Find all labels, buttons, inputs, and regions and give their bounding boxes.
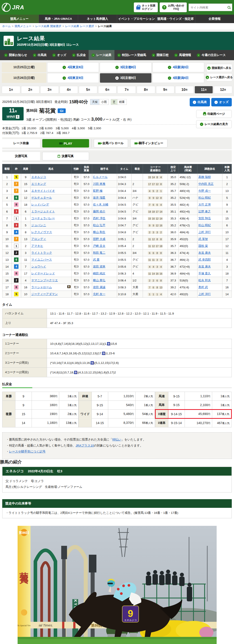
trainer-link[interactable]: 杉山 晴紀 [198,196,211,199]
meeting-button-1-1[interactable]: ›4回東京8日 [47,62,99,72]
race-tab-6r[interactable]: 6R [98,86,117,94]
trainer-link[interactable]: 友道 康夫 [198,265,211,268]
jockey-link[interactable]: 北村 友一 [93,292,105,296]
subnav-item-6[interactable]: ›特別レース登録馬 [114,50,149,60]
horse-name-link[interactable]: ジョバンニ [31,224,46,227]
net-vote-login-button[interactable]: ネット投票 ログイン [134,2,158,12]
race-tab-3r[interactable]: 3R [40,86,59,94]
horse-name-link[interactable]: ゲルチュタール [31,196,52,199]
subnav-item-3[interactable]: ›オッズ [49,50,69,60]
trainer-link[interactable]: 大竹 正博 [198,203,211,206]
race-tab-11r[interactable]: 11R [195,86,213,94]
jra-logo[interactable]: JRA [2,3,24,12]
note-link[interactable]: レースや騎手等につく記号 [9,450,46,453]
subnav-item-5[interactable]: ›レース結果 [89,50,114,60]
horse-name-link[interactable]: ライトトラック [31,251,52,254]
howto-read-button[interactable]: ›レース結果の見方 [196,120,232,128]
meeting-button-2-2[interactable]: ▾3回京都9日 [100,73,151,83]
horse-name-link[interactable]: レイヤードレッド [31,272,55,275]
horse-name-link[interactable]: レクスノヴァス [31,230,52,234]
meeting-button-1-3[interactable]: ›4回新潟3日 [153,62,204,72]
print-page-button[interactable]: 印刷用ページ [196,110,232,118]
jockey-link[interactable]: 団野 大成 [93,237,105,240]
jockey-link[interactable]: C.ルメール [93,175,108,178]
horse-name-link[interactable]: コーチェラバレー [31,216,55,220]
jockey-link[interactable]: 荻野 極 [93,189,103,192]
horse-name-link[interactable]: マイユニバース [31,258,52,261]
jockey-interview-button[interactable]: 騎手インタビュー [130,139,168,148]
horse-name-link[interactable]: ヤマニンブークリエ [31,278,58,282]
jockey-link[interactable]: 佐々木 大輔 [93,203,108,206]
trainer-link[interactable]: 武 幸四郎 [198,258,211,261]
horse-name-link[interactable]: ミラージュナイト [31,210,55,213]
horse-name-link[interactable]: エキサイトバイオ [31,189,55,192]
race-tab-1r[interactable]: 1R [2,86,20,94]
trainer-link[interactable]: 国枝 栄 [198,244,208,248]
breadcrumb-link[interactable]: ホーム [2,25,11,28]
nav-item-6[interactable]: 企業情報 [195,15,234,23]
trainer-link[interactable]: 松永 幹夫 [198,278,211,282]
race-tab-4r[interactable]: 4R [60,86,78,94]
note-link[interactable]: JRAプラス10 [76,444,94,447]
subnav-item-1[interactable]: ›開催お知らせ [1,50,30,60]
horse-name-link[interactable]: エリキング [31,182,46,186]
trainer-link[interactable]: 上村 洋行 [198,292,211,296]
jockey-link[interactable]: 武 豊 [93,258,100,261]
trainer-link[interactable]: 辻野 泰之 [198,210,211,213]
race-tab-7r[interactable]: 7R [117,86,136,94]
meeting-button-2-1[interactable]: ›4回東京9日 [47,73,99,83]
horse-name-link[interactable]: アマキヒ [31,244,43,248]
jockey-link[interactable]: 横山 和生 [93,230,105,234]
jockey-link[interactable]: 坂井 瑠星 [93,196,105,199]
trainer-link[interactable]: 中内田 充正 [198,182,214,186]
breadcrumb-link[interactable]: レース結果 開催選択 [35,25,61,28]
subnav-item-7[interactable]: ›開催日程 [149,50,171,60]
nav-item-3[interactable]: ネット馬券購入 [78,15,117,23]
trainer-link[interactable]: 安田 翔伍 [198,216,211,220]
trainer-link[interactable]: 奥村 武 [198,286,208,289]
race-tab-5r[interactable]: 5R [79,86,97,94]
trainer-link[interactable]: 今野 貞一 [198,189,211,192]
jockey-link[interactable]: 川田 将雅 [93,182,105,186]
note-link[interactable]: 特払い [112,438,121,441]
meeting-button-1-2[interactable]: ›3回京都8日 [100,62,151,72]
subnav-item-4[interactable]: ›払戻金 [69,50,89,60]
horse-name-link[interactable]: ラーシャローム [31,286,52,289]
finish-photo-button[interactable]: 決勝写真 [42,152,89,160]
race-tab-12r[interactable]: 12R [214,86,232,94]
back-to-race-button[interactable]: ▴レース選択へ戻る [206,73,232,81]
race-tab-9r[interactable]: 9R [156,86,175,94]
trainer-link[interactable]: 杉山 晴紀 [198,224,211,227]
subnav-item-9[interactable]: ›今週の注目レース [194,50,229,60]
race-tab-2r[interactable]: 2R [21,86,40,94]
subnav-item-8[interactable]: ›馬場情報 [171,50,194,60]
race-tab-10r[interactable]: 10R [175,86,194,94]
search-icon[interactable] [227,6,230,9]
jockey-link[interactable]: 嶋田 純次 [93,272,105,275]
nav-item-5[interactable]: 競馬場・ウインズ・指定席 [156,15,195,23]
nav-item-1[interactable]: 競馬メニュー [0,15,39,23]
jockey-link[interactable]: 岩田 康誠 [93,286,105,289]
jockey-link[interactable]: 藤岡 佑介 [93,210,105,213]
jockey-link[interactable]: 横山 典弘 [93,278,105,282]
play-button[interactable]: PLAY [42,139,89,148]
meeting-button-2-3[interactable]: ›4回新潟4日 [153,73,204,83]
horse-name-link[interactable]: ジーティーアダマン [31,292,58,296]
race-tab-8r[interactable]: 8R [137,86,155,94]
faq-button[interactable]: ? お問い合わせ FAQ [160,2,187,12]
odds-button[interactable]: ›オッズ [211,98,232,106]
patrol-video-button[interactable]: 全周パトロール [94,139,128,148]
breadcrumb-link[interactable]: 競馬メニュー [15,25,31,28]
horse-name-link[interactable]: レッドバンデ [31,203,49,206]
subnav-item-2[interactable]: ›出馬表 [30,50,50,60]
back-to-meeting-button[interactable]: ▴開催選択へ戻る [206,64,232,72]
trainer-link[interactable]: 友道 康夫 [198,251,211,254]
jockey-link[interactable]: 戸崎 圭太 [93,244,105,248]
horse-name-link[interactable]: アロンディ [31,237,46,240]
horse-name-link[interactable]: エネルジコ [31,175,46,178]
jockey-link[interactable]: 和田 竜二 [93,251,105,254]
trainer-link[interactable]: 上村 洋行 [198,230,211,234]
breadcrumb-link[interactable]: レース結果 レース選択 [65,25,94,28]
jockey-link[interactable]: 松山 弘平 [93,224,105,227]
trainer-link[interactable]: 武 英智 [198,237,208,240]
